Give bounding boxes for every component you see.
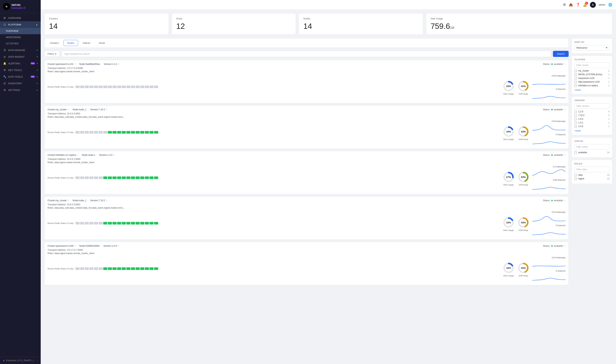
- cluster-option-infinilabs-ccr[interactable]: infinilabs-ccr-replica1: [574, 84, 610, 87]
- cluster-option-infini-system[interactable]: INFINI_SYSTEM (Echo)1: [574, 73, 610, 76]
- node-name: Node:node_1: [73, 199, 87, 202]
- sidebar-item-platform-overview[interactable]: OVERVIEW: [0, 28, 41, 34]
- disk-usage-donut: 16% Disk Usage: [503, 80, 514, 95]
- monitor-icon[interactable]: 🖥: [562, 3, 566, 7]
- status-bar-17: [154, 222, 158, 224]
- indexing-value: 0.05 Indexing/s: [532, 75, 565, 77]
- sort-select[interactable]: Relevance: [574, 45, 610, 51]
- cluster-more-link[interactable]: +more: [574, 89, 581, 91]
- roles-option-data[interactable]: data13: [574, 174, 610, 176]
- node-bottom: Recent Node Status 14 day 16% Disk Usage: [48, 120, 565, 146]
- version-option-1.3.1[interactable]: 1.3.11: [574, 121, 610, 124]
- logo: N INFINI Console ///: [0, 0, 41, 13]
- status-bar-10: [122, 131, 126, 134]
- notification-icon[interactable]: 🔔 2: [583, 3, 587, 7]
- status-filter-input[interactable]: [574, 144, 610, 150]
- version-option-2.4.6[interactable]: 2.4.61: [574, 125, 610, 128]
- help-icon[interactable]: ❓: [576, 3, 580, 7]
- sidebar-item-platform[interactable]: ⬡ PLATFORM ▲: [0, 21, 41, 28]
- sidebar-item-overview[interactable]: ⊞ OVERVIEW: [0, 15, 41, 21]
- sidebar-item-data-insight[interactable]: ◎ DATA INSIGHT ▾: [0, 53, 41, 60]
- status-bar-0: [75, 222, 80, 224]
- pro-badge: Pro: [30, 62, 35, 65]
- filter-status-icon[interactable]: ▽: [564, 63, 565, 65]
- status-bars: [75, 131, 498, 134]
- content-area: Clusters 14 Hosts 12 Nodes 14 Disk Usage…: [41, 10, 616, 364]
- status-bars: [75, 86, 498, 88]
- node-transport: Transport Address: 172.17.0.9:9300: [48, 67, 565, 69]
- filter-version-icon[interactable]: ▽: [118, 63, 120, 65]
- node-bottom: Recent Node Status 14 day 16% Disk Usage: [48, 211, 565, 237]
- sidebar-monitoring-label: MONITORING: [6, 36, 38, 39]
- tab-nodes[interactable]: Nodes: [63, 40, 78, 46]
- status-bar-11: [126, 176, 130, 179]
- node-row: Cluster:opensearch-v131 ▽ Node:3aaf8ded5…: [44, 60, 569, 103]
- cluster-option-my_cluster[interactable]: my_cluster2: [574, 69, 610, 72]
- filter-cluster-icon[interactable]: ▽: [68, 108, 69, 111]
- sidebar-footer[interactable]: ◆ Enterprise (1.5.0_SNAPS...) ›: [0, 357, 41, 364]
- sidebar-item-alerting[interactable]: 🔔 ALERTING Pro ▾: [0, 60, 41, 67]
- tab-indices[interactable]: Indices: [79, 40, 94, 46]
- jvm-donut-wrap: 43%: [517, 217, 529, 228]
- filter-button[interactable]: Filters ▾: [44, 51, 60, 57]
- filter-status-icon[interactable]: ▽: [564, 199, 565, 202]
- filter-version-icon[interactable]: ▽: [117, 245, 119, 247]
- sidebar-item-dev-tools[interactable]: ⚙ DEV TOOLS ▾: [0, 67, 41, 73]
- filter-status-icon[interactable]: ▽: [564, 154, 565, 156]
- jvm-heap-donut: 43% JVM Heap: [517, 126, 529, 141]
- jvm-label: JVM Heap: [519, 93, 528, 95]
- sidebar-item-inventory[interactable]: ⊟ INVENTORY ▾: [0, 80, 41, 87]
- status-bar-7: [108, 131, 112, 134]
- recent-status-label: Recent Node Status 14 day: [48, 86, 74, 88]
- disk-pct-label: 16%: [506, 267, 511, 269]
- version-option-1.2.0[interactable]: 1.2.04: [574, 110, 610, 113]
- sidebar-item-data-manage[interactable]: ☰ DATA MANAGE ▾: [0, 47, 41, 53]
- search-row: Filters ▾ Search: [44, 51, 569, 57]
- inbox-icon[interactable]: 📥: [569, 3, 573, 7]
- cluster-option-http-easysearch[interactable]: http-easysearch-v1201: [574, 80, 610, 83]
- disk-donut-wrap: 27%: [503, 171, 514, 183]
- status-bar-1: [80, 176, 84, 179]
- filter-cluster-icon[interactable]: ▽: [74, 63, 76, 65]
- node-version: Version:7.10.2 ▽: [90, 108, 107, 111]
- version-option-7.10.2[interactable]: 7.10.23: [574, 114, 610, 117]
- status-bar-0: [75, 267, 80, 270]
- filter-cluster-icon[interactable]: ▽: [68, 199, 69, 202]
- status-option-available[interactable]: available14: [574, 151, 610, 154]
- version-filter-input[interactable]: [574, 103, 610, 109]
- tab-clusters[interactable]: Clusters: [46, 40, 63, 46]
- sidebar-item-data-tools[interactable]: 🔧 DATA TOOLS Pro ▾: [0, 73, 41, 80]
- filter-status-icon[interactable]: ▽: [564, 245, 565, 247]
- sidebar-item-monitoring[interactable]: MONITORING: [0, 34, 41, 40]
- version-more-link[interactable]: +more: [574, 130, 581, 132]
- filter-cluster-icon[interactable]: ▽: [74, 245, 76, 247]
- sidebar-item-activities[interactable]: ACTIVITIES: [0, 40, 41, 47]
- version-option-1.0.0[interactable]: 1.0.01: [574, 118, 610, 120]
- filter-status-icon[interactable]: ▽: [564, 108, 565, 111]
- roles-option-ingest[interactable]: ingest13: [574, 177, 610, 180]
- status-bar-1: [80, 131, 84, 134]
- chevron-down-icon-2: ▾: [37, 56, 38, 58]
- cluster-filter-input[interactable]: [574, 63, 610, 68]
- disk-donut-wrap: 16%: [503, 80, 514, 92]
- node-version: Version:1.0.0 ▽: [103, 245, 119, 247]
- node-transport: Transport Address: 10.0.0.1:9300: [48, 158, 565, 160]
- status-bar-3: [89, 131, 93, 134]
- filter-version-icon[interactable]: ▽: [106, 108, 107, 111]
- tab-hosts[interactable]: Hosts: [95, 40, 109, 46]
- filter-cluster-icon[interactable]: ▽: [77, 154, 78, 156]
- disk-usage-donut: 16% Disk Usage: [503, 262, 514, 277]
- filter-version-icon[interactable]: ▽: [106, 199, 107, 202]
- disk-donut-wrap: 16%: [503, 262, 514, 274]
- platform-icon: ⬡: [3, 23, 6, 26]
- filter-version-icon[interactable]: ▽: [113, 154, 115, 156]
- status-bar-7: [108, 267, 112, 270]
- globe-icon[interactable]: 🌐: [608, 3, 612, 7]
- search-button[interactable]: Search: [553, 51, 569, 57]
- roles-filter-input[interactable]: [574, 167, 610, 172]
- cluster-option-easyseach[interactable]: easyseach-v1201: [574, 77, 610, 79]
- status-bar-12: [131, 222, 135, 224]
- status-bar-17: [154, 86, 158, 88]
- search-input[interactable]: [61, 51, 551, 57]
- sidebar-item-settings[interactable]: ⚙ SETTINGS ▾: [0, 87, 41, 93]
